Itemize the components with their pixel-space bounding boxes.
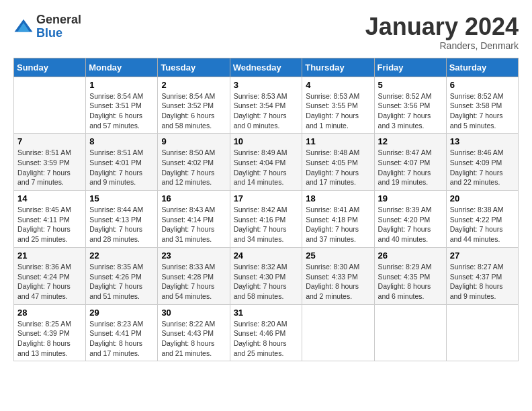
day-cell: 26Sunrise: 8:29 AM Sunset: 4:35 PM Dayli…: [374, 247, 446, 304]
day-info: Sunrise: 8:54 AM Sunset: 3:51 PM Dayligh…: [89, 91, 154, 131]
logo-icon: [13, 17, 34, 37]
day-cell: 9Sunrise: 8:50 AM Sunset: 4:02 PM Daylig…: [158, 134, 230, 191]
calendar-header-row: SundayMondayTuesdayWednesdayThursdayFrid…: [14, 58, 519, 77]
day-cell: [446, 304, 518, 361]
day-info: Sunrise: 8:53 AM Sunset: 3:55 PM Dayligh…: [306, 91, 370, 131]
day-info: Sunrise: 8:22 AM Sunset: 4:43 PM Dayligh…: [161, 319, 226, 359]
day-info: Sunrise: 8:43 AM Sunset: 4:14 PM Dayligh…: [161, 205, 226, 244]
day-number: 13: [450, 136, 515, 146]
day-info: Sunrise: 8:39 AM Sunset: 4:20 PM Dayligh…: [378, 205, 443, 244]
day-info: Sunrise: 8:45 AM Sunset: 4:11 PM Dayligh…: [17, 205, 82, 244]
day-number: 26: [378, 250, 443, 261]
month-title: January 2024: [365, 13, 519, 40]
day-cell: 16Sunrise: 8:43 AM Sunset: 4:14 PM Dayli…: [158, 191, 230, 248]
column-header-wednesday: Wednesday: [230, 58, 302, 77]
day-number: 28: [17, 308, 82, 318]
week-row-3: 14Sunrise: 8:45 AM Sunset: 4:11 PM Dayli…: [14, 191, 519, 248]
day-number: 5: [378, 80, 443, 90]
day-cell: 29Sunrise: 8:23 AM Sunset: 4:41 PM Dayli…: [86, 304, 158, 361]
day-number: 4: [306, 80, 370, 90]
day-cell: 19Sunrise: 8:39 AM Sunset: 4:20 PM Dayli…: [374, 191, 446, 248]
day-number: 24: [234, 250, 299, 261]
day-info: Sunrise: 8:50 AM Sunset: 4:02 PM Dayligh…: [161, 148, 226, 187]
day-number: 3: [234, 80, 299, 90]
day-info: Sunrise: 8:53 AM Sunset: 3:54 PM Dayligh…: [234, 91, 299, 131]
day-info: Sunrise: 8:46 AM Sunset: 4:09 PM Dayligh…: [450, 148, 515, 187]
day-info: Sunrise: 8:30 AM Sunset: 4:33 PM Dayligh…: [306, 262, 370, 302]
column-header-tuesday: Tuesday: [158, 58, 230, 77]
day-cell: 6Sunrise: 8:52 AM Sunset: 3:58 PM Daylig…: [446, 77, 518, 134]
day-cell: 3Sunrise: 8:53 AM Sunset: 3:54 PM Daylig…: [230, 77, 302, 134]
day-number: 19: [378, 193, 443, 203]
calendar-table: SundayMondayTuesdayWednesdayThursdayFrid…: [13, 58, 519, 362]
day-info: Sunrise: 8:23 AM Sunset: 4:41 PM Dayligh…: [89, 319, 154, 359]
day-info: Sunrise: 8:52 AM Sunset: 3:58 PM Dayligh…: [450, 91, 515, 131]
column-header-thursday: Thursday: [302, 58, 374, 77]
day-number: 14: [17, 193, 82, 203]
column-header-saturday: Saturday: [446, 58, 518, 77]
day-info: Sunrise: 8:42 AM Sunset: 4:16 PM Dayligh…: [234, 205, 299, 244]
day-number: 25: [306, 250, 370, 261]
day-number: 1: [89, 80, 154, 90]
day-number: 7: [17, 136, 82, 146]
column-header-friday: Friday: [374, 58, 446, 77]
day-cell: 13Sunrise: 8:46 AM Sunset: 4:09 PM Dayli…: [446, 134, 518, 191]
day-info: Sunrise: 8:47 AM Sunset: 4:07 PM Dayligh…: [378, 148, 443, 187]
day-cell: 8Sunrise: 8:51 AM Sunset: 4:01 PM Daylig…: [86, 134, 158, 191]
week-row-2: 7Sunrise: 8:51 AM Sunset: 3:59 PM Daylig…: [14, 134, 519, 191]
day-number: 9: [161, 136, 226, 146]
day-info: Sunrise: 8:25 AM Sunset: 4:39 PM Dayligh…: [17, 319, 82, 359]
day-cell: 2Sunrise: 8:54 AM Sunset: 3:52 PM Daylig…: [158, 77, 230, 134]
day-cell: 28Sunrise: 8:25 AM Sunset: 4:39 PM Dayli…: [14, 304, 86, 361]
day-cell: [14, 77, 86, 134]
day-cell: 17Sunrise: 8:42 AM Sunset: 4:16 PM Dayli…: [230, 191, 302, 248]
day-cell: 30Sunrise: 8:22 AM Sunset: 4:43 PM Dayli…: [158, 304, 230, 361]
logo-blue-text: Blue: [36, 27, 81, 40]
day-number: 30: [161, 308, 226, 318]
day-cell: [302, 304, 374, 361]
day-number: 16: [161, 193, 226, 203]
location: Randers, Denmark: [365, 40, 519, 51]
day-info: Sunrise: 8:38 AM Sunset: 4:22 PM Dayligh…: [450, 205, 515, 244]
day-number: 23: [161, 250, 226, 261]
day-cell: 4Sunrise: 8:53 AM Sunset: 3:55 PM Daylig…: [302, 77, 374, 134]
day-cell: 25Sunrise: 8:30 AM Sunset: 4:33 PM Dayli…: [302, 247, 374, 304]
day-cell: 18Sunrise: 8:41 AM Sunset: 4:18 PM Dayli…: [302, 191, 374, 248]
day-info: Sunrise: 8:52 AM Sunset: 3:56 PM Dayligh…: [378, 91, 443, 131]
day-cell: [374, 304, 446, 361]
day-info: Sunrise: 8:51 AM Sunset: 3:59 PM Dayligh…: [17, 148, 82, 187]
day-number: 22: [89, 250, 154, 261]
day-number: 20: [450, 193, 515, 203]
day-info: Sunrise: 8:54 AM Sunset: 3:52 PM Dayligh…: [161, 91, 226, 131]
day-info: Sunrise: 8:29 AM Sunset: 4:35 PM Dayligh…: [378, 262, 443, 302]
day-number: 12: [378, 136, 443, 146]
day-number: 2: [161, 80, 226, 90]
day-cell: 27Sunrise: 8:27 AM Sunset: 4:37 PM Dayli…: [446, 247, 518, 304]
column-header-monday: Monday: [86, 58, 158, 77]
week-row-1: 1Sunrise: 8:54 AM Sunset: 3:51 PM Daylig…: [14, 77, 519, 134]
day-info: Sunrise: 8:48 AM Sunset: 4:05 PM Dayligh…: [306, 148, 370, 187]
day-cell: 21Sunrise: 8:36 AM Sunset: 4:24 PM Dayli…: [14, 247, 86, 304]
day-number: 8: [89, 136, 154, 146]
day-number: 15: [89, 193, 154, 203]
day-cell: 31Sunrise: 8:20 AM Sunset: 4:46 PM Dayli…: [230, 304, 302, 361]
column-header-sunday: Sunday: [14, 58, 86, 77]
day-cell: 12Sunrise: 8:47 AM Sunset: 4:07 PM Dayli…: [374, 134, 446, 191]
day-cell: 5Sunrise: 8:52 AM Sunset: 3:56 PM Daylig…: [374, 77, 446, 134]
day-cell: 1Sunrise: 8:54 AM Sunset: 3:51 PM Daylig…: [86, 77, 158, 134]
day-info: Sunrise: 8:32 AM Sunset: 4:30 PM Dayligh…: [234, 262, 299, 302]
page-header: General Blue January 2024 Randers, Denma…: [13, 13, 519, 51]
week-row-5: 28Sunrise: 8:25 AM Sunset: 4:39 PM Dayli…: [14, 304, 519, 361]
day-cell: 14Sunrise: 8:45 AM Sunset: 4:11 PM Dayli…: [14, 191, 86, 248]
day-info: Sunrise: 8:49 AM Sunset: 4:04 PM Dayligh…: [234, 148, 299, 187]
day-info: Sunrise: 8:27 AM Sunset: 4:37 PM Dayligh…: [450, 262, 515, 302]
week-row-4: 21Sunrise: 8:36 AM Sunset: 4:24 PM Dayli…: [14, 247, 519, 304]
logo-general-text: General: [36, 13, 81, 27]
day-info: Sunrise: 8:33 AM Sunset: 4:28 PM Dayligh…: [161, 262, 226, 302]
day-cell: 24Sunrise: 8:32 AM Sunset: 4:30 PM Dayli…: [230, 247, 302, 304]
day-number: 29: [89, 308, 154, 318]
day-number: 17: [234, 193, 299, 203]
day-number: 18: [306, 193, 370, 203]
day-cell: 20Sunrise: 8:38 AM Sunset: 4:22 PM Dayli…: [446, 191, 518, 248]
day-info: Sunrise: 8:35 AM Sunset: 4:26 PM Dayligh…: [89, 262, 154, 302]
